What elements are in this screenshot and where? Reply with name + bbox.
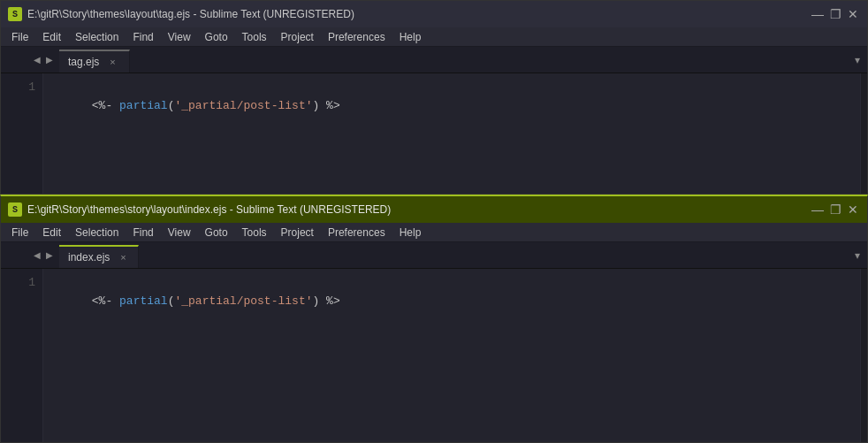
tab-label-2: index.ejs (68, 251, 110, 264)
menu-bar-2: File Edit Selection Find View Goto Tools… (1, 223, 867, 242)
tab-dropdown-btn-2[interactable]: ▾ (855, 249, 860, 262)
menu-help-2[interactable]: Help (392, 223, 429, 241)
minimize-button-2[interactable]: — (811, 202, 825, 217)
maximize-button-1[interactable]: ❐ (828, 7, 842, 21)
window-controls-2: — ❐ ✕ (811, 202, 860, 217)
tab-prev-2[interactable]: ◀ (31, 250, 43, 260)
menu-view-1[interactable]: View (161, 27, 198, 46)
tab-bar-2: ◀ ▶ index.ejs × ▾ (1, 242, 867, 269)
gutter-1 (1, 73, 8, 194)
line-number-1: 1 (8, 79, 35, 97)
title-bar-2: S E:\gitR\Story\themes\story\layout\inde… (1, 196, 867, 223)
tab-tag-ejs[interactable]: tag.ejs × (59, 50, 130, 73)
code-string-2: '_partial/post-list' (174, 294, 312, 308)
title-bar-left-2: S E:\gitR\Story\themes\story\layout\inde… (8, 202, 391, 217)
line-number-2: 1 (8, 274, 35, 293)
line-numbers-2: 1 (8, 269, 43, 442)
code-paren-close-2: ) (312, 294, 319, 308)
code-content-2[interactable]: <%- partial('_partial/post-list') %> (43, 269, 860, 442)
menu-preferences-1[interactable]: Preferences (321, 27, 392, 46)
tab-next-2[interactable]: ▶ (43, 250, 56, 260)
window-title-1: E:\gitR\Story\themes\layout\tag.ejs - Su… (27, 8, 354, 20)
menu-preferences-2[interactable]: Preferences (321, 223, 392, 241)
editor-body-2: 1 <%- partial('_partial/post-list') %> (1, 269, 867, 442)
window-title-2: E:\gitR\Story\themes\story\layout\index.… (27, 203, 391, 216)
menu-tools-2[interactable]: Tools (235, 223, 274, 241)
menu-find-2[interactable]: Find (126, 223, 160, 241)
menu-project-2[interactable]: Project (274, 223, 321, 241)
code-content-1[interactable]: <%- partial('_partial/post-list') %> (43, 73, 860, 194)
minimize-button-1[interactable]: — (811, 7, 825, 21)
code-string-1: '_partial/post-list' (174, 99, 312, 112)
tab-nav-1: ◀ ▶ (27, 47, 59, 73)
minimap-1 (860, 73, 867, 194)
tab-bar-1: ◀ ▶ tag.ejs × ▾ (1, 47, 867, 73)
editor-body-1: 1 <%- partial('_partial/post-list') %> (1, 73, 867, 194)
tab-close-1[interactable]: × (106, 56, 118, 68)
menu-edit-2[interactable]: Edit (35, 223, 68, 241)
tab-dropdown-btn-1[interactable]: ▾ (855, 54, 860, 66)
menu-goto-2[interactable]: Goto (198, 223, 235, 241)
menu-selection-1[interactable]: Selection (68, 27, 126, 46)
tab-index-ejs[interactable]: index.ejs × (59, 245, 139, 268)
code-close-tag-1: %> (326, 99, 340, 112)
window-1: S E:\gitR\Story\themes\layout\tag.ejs - … (0, 0, 868, 195)
code-func-2: partial (119, 294, 168, 308)
window-controls-1: — ❐ ✕ (811, 7, 860, 21)
app-icon-2: S (8, 202, 22, 217)
close-button-1[interactable]: ✕ (846, 7, 860, 21)
menu-tools-1[interactable]: Tools (235, 27, 274, 46)
tab-label-1: tag.ejs (68, 56, 99, 68)
menu-project-1[interactable]: Project (274, 27, 321, 46)
code-func-1: partial (119, 99, 168, 112)
tab-nav-2: ◀ ▶ (27, 242, 59, 268)
close-button-2[interactable]: ✕ (846, 202, 860, 217)
gutter-2 (1, 269, 8, 442)
menu-edit-1[interactable]: Edit (35, 27, 68, 46)
menu-file-1[interactable]: File (4, 27, 35, 46)
minimap-2 (860, 269, 867, 442)
menu-goto-1[interactable]: Goto (198, 27, 235, 46)
tab-next-1[interactable]: ▶ (43, 55, 56, 65)
menu-view-2[interactable]: View (161, 223, 198, 241)
app-icon-1: S (8, 7, 22, 21)
menu-selection-2[interactable]: Selection (68, 223, 126, 241)
code-open-tag-1: <%- (92, 99, 112, 112)
title-bar-1: S E:\gitR\Story\themes\layout\tag.ejs - … (1, 1, 867, 27)
code-close-tag-2: %> (326, 294, 340, 308)
code-open-tag-2: <%- (92, 294, 112, 308)
tab-dropdown-1: ▾ (855, 47, 867, 73)
menu-help-1[interactable]: Help (392, 27, 429, 46)
tab-dropdown-2: ▾ (855, 242, 867, 268)
menu-find-1[interactable]: Find (126, 27, 160, 46)
code-paren-close-1: ) (312, 99, 319, 112)
title-bar-left-1: S E:\gitR\Story\themes\layout\tag.ejs - … (8, 7, 354, 21)
window-2: S E:\gitR\Story\themes\story\layout\inde… (0, 195, 868, 443)
maximize-button-2[interactable]: ❐ (828, 202, 842, 217)
line-numbers-1: 1 (8, 73, 43, 194)
tab-prev-1[interactable]: ◀ (31, 55, 43, 65)
menu-file-2[interactable]: File (4, 223, 35, 241)
menu-bar-1: File Edit Selection Find View Goto Tools… (1, 27, 867, 47)
tab-close-2[interactable]: × (117, 251, 129, 264)
